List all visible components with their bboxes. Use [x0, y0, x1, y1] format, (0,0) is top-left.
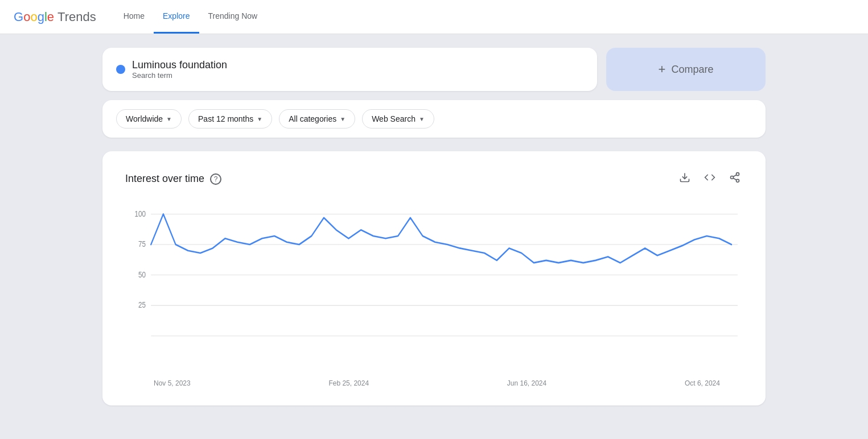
chevron-down-icon: ▼: [166, 116, 172, 122]
x-label-oct: Oct 6, 2024: [685, 379, 720, 387]
nav-home[interactable]: Home: [114, 0, 154, 34]
logo-trends-text: Trends: [57, 10, 96, 24]
filter-region-label: Worldwide: [126, 114, 163, 123]
share-icon: [729, 172, 741, 183]
compare-plus-icon: +: [659, 62, 666, 77]
chart-header: Interest over time ?: [125, 169, 743, 188]
search-term: Luminous foundation: [132, 59, 227, 71]
compare-card[interactable]: + Compare: [606, 48, 766, 91]
x-label-nov: Nov 5, 2023: [154, 379, 191, 387]
chart-title: Interest over time: [125, 173, 204, 185]
help-icon[interactable]: ?: [210, 173, 221, 185]
search-compare-row: Luminous foundation Search term + Compar…: [102, 48, 766, 91]
logo-google-text: Google: [14, 10, 54, 24]
filter-search-type-label: Web Search: [372, 114, 416, 123]
logo[interactable]: Google Trends: [14, 10, 96, 24]
filter-category[interactable]: All categories ▼: [279, 109, 355, 129]
filter-row: Worldwide ▼ Past 12 months ▼ All categor…: [102, 100, 766, 138]
filter-region[interactable]: Worldwide ▼: [116, 109, 182, 129]
letter-g: G: [14, 10, 23, 24]
letter-o1: o: [23, 10, 30, 24]
filter-time-label: Past 12 months: [198, 114, 253, 123]
svg-point-1: [737, 173, 739, 176]
svg-text:25: 25: [138, 300, 146, 309]
search-term-dot: [116, 65, 125, 74]
main-nav: Home Explore Trending Now: [114, 0, 266, 34]
nav-explore[interactable]: Explore: [154, 0, 199, 34]
svg-line-4: [733, 178, 737, 180]
embed-icon: [704, 172, 715, 183]
svg-text:75: 75: [138, 239, 146, 249]
search-card: Luminous foundation Search term: [102, 48, 597, 91]
search-term-label: Search term: [132, 71, 227, 80]
header: Google Trends Home Explore Trending Now: [0, 0, 868, 34]
letter-g2: g: [38, 10, 44, 24]
help-question-mark: ?: [214, 175, 218, 183]
compare-label: Compare: [671, 64, 713, 76]
svg-point-3: [737, 179, 739, 182]
chart-actions: [677, 169, 743, 188]
x-label-jun: Jun 16, 2024: [507, 379, 546, 387]
main-content: Luminous foundation Search term + Compar…: [0, 34, 868, 419]
filter-time[interactable]: Past 12 months ▼: [188, 109, 272, 129]
filter-search-type[interactable]: Web Search ▼: [362, 109, 434, 129]
chart-title-row: Interest over time ?: [125, 173, 221, 185]
chevron-down-icon: ▼: [340, 116, 345, 122]
svg-point-2: [731, 176, 734, 179]
x-label-feb: Feb 25, 2024: [328, 379, 369, 387]
letter-e: e: [47, 10, 54, 24]
embed-button[interactable]: [702, 169, 718, 188]
chevron-down-icon: ▼: [419, 116, 425, 122]
svg-line-5: [733, 175, 737, 176]
x-axis-labels: Nov 5, 2023 Feb 25, 2024 Jun 16, 2024 Oc…: [125, 375, 743, 387]
share-button[interactable]: [727, 169, 743, 188]
letter-o2: o: [30, 10, 37, 24]
search-text-block: Luminous foundation Search term: [132, 59, 227, 80]
svg-text:50: 50: [138, 270, 146, 279]
trend-line: [151, 214, 731, 263]
chevron-down-icon: ▼: [257, 116, 262, 122]
chart-area: 100 75 50 25 Nov 5, 2023 Feb 25, 2024 Ju…: [125, 202, 743, 387]
svg-text:100: 100: [135, 209, 146, 218]
download-button[interactable]: [677, 169, 693, 188]
filter-category-label: All categories: [289, 114, 336, 123]
chart-card: Interest over time ?: [102, 151, 766, 405]
download-icon: [679, 172, 690, 183]
interest-over-time-chart: 100 75 50 25: [125, 202, 743, 372]
nav-trending-now[interactable]: Trending Now: [199, 0, 267, 34]
